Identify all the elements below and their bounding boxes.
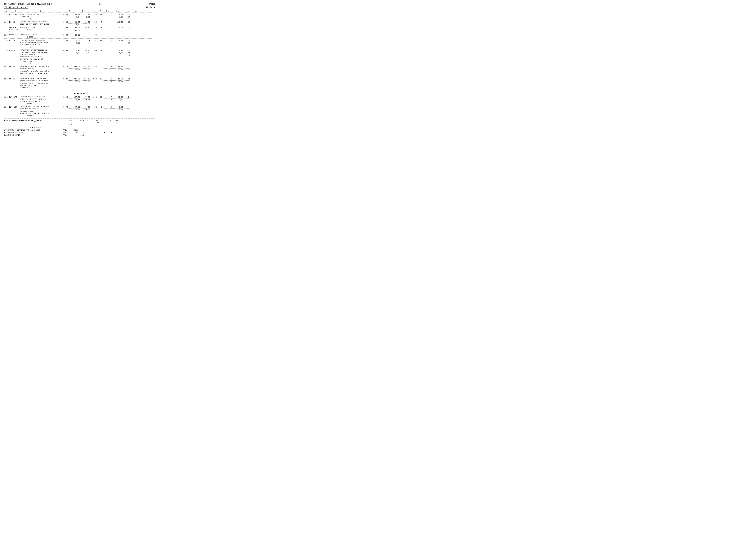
- totals-sublabel: В ТОМ ЧИСЛЕ:: [4, 126, 69, 128]
- row-c8: •: [97, 26, 103, 29]
- row-c5: 28,58: [69, 34, 81, 36]
- doc-title: ТП 903-4-71 13.87: [4, 6, 28, 9]
- costs-unit-3: РУБ.: [63, 134, 72, 136]
- row-id: 128: [4, 49, 9, 52]
- row-c8: 9: [97, 49, 103, 52]
- col-header-3: 3: [21, 10, 60, 12]
- row-c8: 7: [97, 21, 103, 23]
- row-c11: 24 2: [124, 96, 131, 101]
- costs-unit-1: РУБ.: [63, 129, 72, 131]
- row-c9: 1 •: [103, 49, 112, 54]
- row-c10: 39,18 7,88: [112, 66, 124, 71]
- row-c10: 0,34 •: [112, 26, 124, 32]
- row-desc: -ВВОД ВОДОПРОВОДА1 ВВОД: [20, 34, 59, 38]
- totals-unit1: РУБ.: [69, 120, 78, 122]
- col-header-9: 9: [108, 10, 118, 12]
- row-c8: 2: [97, 66, 103, 68]
- row-c7: 37: [91, 66, 97, 68]
- row-c7: 44: [91, 49, 97, 52]
- row-c10: 210,88: [112, 21, 124, 23]
- row-c8: •: [97, 34, 103, 36]
- row-desc: -УСТАНОВКА ЗАКЛАДНЫХ ДЕТАЛЕЙВЕСОМ ДО 4КГ…: [20, 21, 59, 25]
- table-row: 123 E27-173 -УСТРОЙСТВО ОСНОВАНИЯ ПОДТРО…: [4, 96, 155, 105]
- costs-c10-3: •: [94, 134, 106, 136]
- row-c4: 0,86: [59, 78, 69, 80]
- totals-c8: 248: [85, 120, 90, 122]
- totals-c10: •: [100, 120, 112, 122]
- row-code: КАЛЬК.1КИЕВПРОЕКТА: [9, 26, 20, 33]
- row-c7: 48: [91, 26, 97, 29]
- row-c8: 2: [97, 106, 103, 108]
- row-c7: 162: [91, 14, 97, 16]
- row-id: 119: [4, 39, 9, 42]
- row-c11: • 31: [124, 66, 131, 73]
- costs-c8-1: •: [79, 129, 84, 131]
- row-c5: 2,21 0,47: [69, 49, 81, 54]
- row-c10: 3,75 2,38: [112, 106, 124, 111]
- rows-container-2: 123 E27-173 -УСТРОЙСТВО ОСНОВАНИЯ ПОДТРО…: [4, 96, 155, 117]
- row-c4: 0,94: [59, 96, 69, 98]
- row-c7: 148: [91, 96, 97, 98]
- row-desc: -МОНТАЖ ПЛОЩАДОК С НАСТИЛОМ ИОГРАЖДЕНИЕМ…: [20, 66, 59, 77]
- row-c10: 25,68 2,43: [112, 96, 124, 101]
- row-c8: 17: [97, 14, 103, 16]
- row-c7: 26: [91, 21, 97, 23]
- row-c6: 17,88 6,33: [81, 78, 91, 83]
- row-c11: 28 7: [124, 78, 131, 83]
- row-c10: 2,45 1,29: [112, 14, 124, 18]
- table-row: 119 E23-B -УКЛАДКА ТРУБОПРОВОДОВ ИЗАСБЕС…: [4, 39, 155, 48]
- row-code: E23-B: [9, 39, 20, 42]
- row-c9: • •: [103, 14, 112, 18]
- col-header-5: 5: [71, 10, 84, 12]
- row-c11: • •: [124, 26, 131, 32]
- costs-label-1: СТОИМОСТЬ ОБЩЕСТРОИТЕЛЬНЫХ РАБОТ =: [4, 129, 63, 131]
- table-row: 121 E9-49 -МОНТАЖ ПЛОЩАДОК С НАСТИЛОМ ИО…: [4, 66, 155, 77]
- costs-c9-3: •: [84, 134, 94, 136]
- row-desc: -УСТРОЙСТВО ОСНОВАНИЯ ПОДТРОТУАРЫ ИЗ КИР…: [20, 96, 59, 105]
- totals-row-main: ИТОГО ПРЯМЫЕ ЗАТРАТЫ ПО РАЗДЕЛУ 11 РУБ. …: [4, 120, 155, 126]
- col-header-11: 11: [131, 10, 138, 12]
- page-code: 579181: [149, 3, 155, 5]
- col-header-10: 10: [119, 10, 130, 12]
- row-c4: 25,58: [59, 14, 69, 16]
- row-c11: 4 2: [124, 106, 131, 111]
- table-row: 124 E27-164 -УСТРОЙСТВО ПОКРЫТИЯ ТОЛЩИНО…: [4, 106, 155, 117]
- totals-sublabel-row: В ТОМ ЧИСЛЕ:: [4, 126, 155, 128]
- row-c8: 33: [97, 39, 103, 42]
- row-c6: 1,48: [81, 21, 91, 26]
- row-c5: 124,88 48,85: [69, 26, 81, 32]
- costs-c9-1: •: [84, 129, 94, 131]
- totals-unit1-sub: ---•: [69, 122, 78, 124]
- page-header: ПРОГРАММНЫЙ КОМПЛЕКС АВС-ЗЕС ( РЕДАКЦИЯ …: [4, 3, 155, 5]
- row-c10: 22,78 0,68: [112, 78, 124, 83]
- row-c4: 3,88: [59, 34, 69, 36]
- row-c10: 0,38 •: [112, 39, 124, 44]
- row-c5: 441,88 0,67: [69, 21, 81, 26]
- row-code: E9-61: [9, 78, 20, 80]
- row-c9: •: [103, 21, 112, 23]
- row-c6: 0,42: [81, 26, 91, 32]
- row-c7: 86: [91, 34, 97, 36]
- row-c5: 335,88 14,18: [69, 78, 81, 83]
- row-code: E6-83: [9, 21, 20, 23]
- row-desc: -УСТРОЙСТВО ПОКРЫТИЯ ТОЛЩИНОЙСЛОЯ 4СМ ИЗ…: [20, 106, 59, 117]
- row-c9: •: [103, 39, 112, 42]
- costs-c8-2: •: [79, 132, 84, 134]
- row-desc: -ПРОКЛАДКА ТРУБОПРОВОДОВ ИЗСТАЛЬНЫХ ЭЛЕК…: [20, 49, 59, 65]
- row-desc: -УКЛАДКА ТРУБОПРОВОДОВ ИЗАСБЕСТОЦЕМЕНТНЫ…: [20, 39, 59, 48]
- totals-label: ИТОГО ПРЯМЫЕ ЗАТРАТЫ ПО РАЗДЕЛУ 11: [4, 120, 69, 122]
- row-c9: 5 2: [103, 106, 112, 111]
- row-id: 121: [4, 66, 9, 68]
- table-row: 117 КАЛЬК.1КИЕВПРОЕКТА -ВВОД ТЕПЛОСЕТИ1 …: [4, 26, 155, 33]
- row-c4: 131,88: [59, 39, 69, 42]
- row-id: 115: [4, 14, 9, 16]
- row-c7: 251: [91, 39, 97, 42]
- row-c7: 92: [91, 106, 97, 108]
- costs-row-1: СТОИМОСТЬ ОБЩЕСТРОИТЕЛЬНЫХ РАБОТ = РУБ. …: [4, 129, 155, 131]
- costs-c9-2: •: [84, 132, 94, 134]
- row-desc: -ВВОД ТЕПЛОСЕТИ1 ВВОД: [20, 26, 59, 31]
- row-c6: •: [81, 34, 91, 36]
- center-label: ОТНОС8КА: [4, 93, 155, 95]
- table-row: 115 E18-138 -СТАЛЬ ОЦИНКОВАННАЯ СОСТОИМО…: [4, 14, 155, 20]
- row-c9: 2 1: [103, 66, 112, 71]
